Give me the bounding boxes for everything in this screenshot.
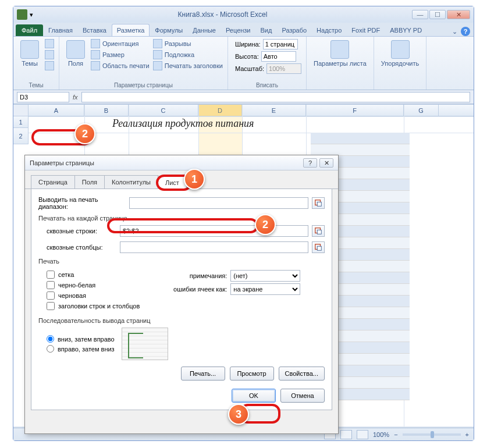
background-icon [153,50,162,59]
sheet-params-icon [330,40,349,59]
print-range-ref-button[interactable] [312,197,325,209]
zoom-out-button[interactable]: − [394,431,397,438]
orientation-button[interactable]: Ориентация [91,39,150,48]
fx-icon[interactable]: fx [73,94,78,101]
themes-icon [20,40,39,59]
zoom-in-button[interactable]: + [465,431,469,438]
highlight-ring-rows-input [107,218,258,233]
cancel-button[interactable]: Отмена [280,389,325,403]
print-section-label: Печать [38,258,325,265]
dialog-title-bar[interactable]: Параметры страницы ? ✕ [25,155,338,170]
effects-icon [45,61,54,70]
sheet-params-label: Параметры листа [314,60,367,67]
quick-access-toolbar: ▾ [17,9,33,20]
radio-right-down[interactable] [47,345,54,353]
fonts-button[interactable] [45,50,54,59]
dialog-tab-headerfooter[interactable]: Колонтитулы [104,175,158,189]
excel-icon [17,9,27,20]
chk-headings-label: заголовки строк и столбцов [58,303,140,310]
chk-grid[interactable] [47,271,55,279]
ok-button[interactable]: OK [232,389,276,403]
tab-insert[interactable]: Вставка [78,24,111,36]
dialog-help-button[interactable]: ? [303,158,317,168]
group-scale-label: Вписать [233,82,301,88]
svg-rect-3 [317,230,321,234]
maximize-button[interactable]: ☐ [429,10,446,19]
tab-abbyy[interactable]: ABBYY PD [385,24,426,36]
cols-repeat-ref-button[interactable] [312,241,325,253]
tab-formulas[interactable]: Формулы [150,24,187,36]
select-all-corner[interactable] [13,105,29,116]
tab-foxit[interactable]: Foxit PDF [347,24,385,36]
help-button[interactable]: ? [461,27,470,36]
background-button[interactable]: Подложка [153,50,223,59]
tab-review[interactable]: Рецензи [221,24,255,36]
tab-developer[interactable]: Разрабо [277,24,311,36]
svg-rect-5 [317,246,321,250]
ribbon: Темы Темы Поля Ориентация Размер [13,37,474,90]
ribbon-tabs: Файл Главная Вставка Разметка Формулы Да… [13,23,474,37]
dialog-tab-margins[interactable]: Поля [74,175,105,189]
print-area-button[interactable]: Область печати [91,61,150,70]
tab-data[interactable]: Данные [188,24,221,36]
formula-input[interactable] [81,92,470,102]
minimize-button[interactable]: — [412,10,428,19]
print-range-label: Выводить на печать диапазон: [38,196,126,210]
colors-icon [45,39,54,48]
tab-page-layout[interactable]: Разметка [112,24,150,36]
effects-button[interactable] [45,61,54,70]
tab-addins[interactable]: Надстро [312,24,346,36]
ribbon-minimize-icon[interactable]: ⌄ [452,28,457,35]
print-button[interactable]: Печать... [181,367,225,381]
tab-home[interactable]: Главная [44,24,77,36]
name-box[interactable]: D3 [17,92,69,102]
arrange-button[interactable]: Упорядочить [379,39,421,68]
zoom-slider[interactable] [403,433,461,436]
close-button[interactable]: ✕ [447,10,470,19]
dialog-close-button[interactable]: ✕ [319,158,333,168]
group-themes-label: Темы [18,82,54,88]
sheet-title-cell[interactable]: Реализация продуктов питания [112,118,254,130]
chk-grid-label: сетка [58,271,74,278]
height-label: Высота: [235,53,259,60]
preview-button[interactable]: Просмотр [230,367,274,381]
scale-input [266,63,301,74]
width-input[interactable] [263,39,298,49]
size-button[interactable]: Размер [91,50,150,59]
chk-draft[interactable] [47,291,55,300]
margins-button[interactable]: Поля [64,39,87,68]
comments-select[interactable]: (нет) [230,270,300,282]
chk-bw[interactable] [47,281,55,289]
tab-file[interactable]: Файл [16,24,43,36]
height-input[interactable] [261,51,296,62]
fonts-icon [45,50,54,59]
colors-button[interactable] [45,39,54,48]
errors-label: ошибки ячеек как: [163,286,227,293]
print-titles-button[interactable]: Печатать заголовки [153,61,223,70]
properties-button[interactable]: Свойства... [279,367,325,381]
dialog-tab-page[interactable]: Страница [31,175,75,189]
zoom-level[interactable]: 100% [373,431,389,438]
group-themes: Темы Темы [13,37,59,90]
view-layout-button[interactable] [340,430,352,439]
chk-headings[interactable] [47,302,55,310]
scale-field: Масштаб: [233,63,301,74]
print-range-input[interactable] [129,197,308,209]
group-page-setup: Поля Ориентация Размер Область печати Ра… [59,37,228,90]
callout-1: 1 [184,169,205,190]
rows-repeat-ref-button[interactable] [312,225,325,237]
rows-repeat-label: сквозные строки: [47,227,116,234]
sheet-params-button[interactable]: Параметры листа [311,39,369,68]
themes-button[interactable]: Темы [18,39,41,68]
breaks-button[interactable]: Разрывы [153,39,223,48]
breaks-icon [153,39,162,48]
row-header-1[interactable]: 1 [13,116,29,128]
tab-view[interactable]: Вид [256,24,277,36]
errors-select[interactable]: на экране [230,283,300,295]
chk-draft-label: черновая [58,292,86,299]
window-title: Книга8.xlsx - Microsoft Excel [33,10,412,19]
radio-down-right[interactable] [47,335,54,343]
cols-repeat-input[interactable] [120,241,308,253]
view-break-button[interactable] [357,430,368,439]
row-header-2[interactable]: 2 [13,128,29,144]
